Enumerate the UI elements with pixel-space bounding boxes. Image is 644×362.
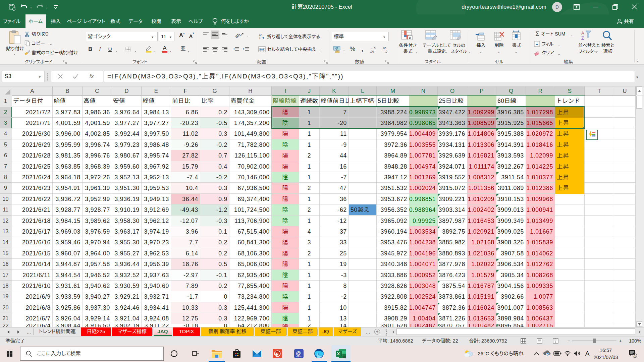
- svg-text:menu: menu: [296, 355, 302, 358]
- svg-text:→.0: →.0: [382, 50, 387, 53]
- svg-text:X: X: [337, 351, 340, 356]
- svg-text:A: A: [581, 31, 584, 36]
- svg-text:1: 1: [634, 354, 636, 358]
- svg-text:.00: .00: [382, 47, 386, 50]
- svg-text:.00: .00: [370, 50, 374, 53]
- svg-text:←.0: ←.0: [370, 47, 376, 50]
- svg-text:Z: Z: [581, 36, 584, 41]
- svg-text:c: c: [259, 37, 261, 40]
- svg-text:≠: ≠: [409, 36, 411, 40]
